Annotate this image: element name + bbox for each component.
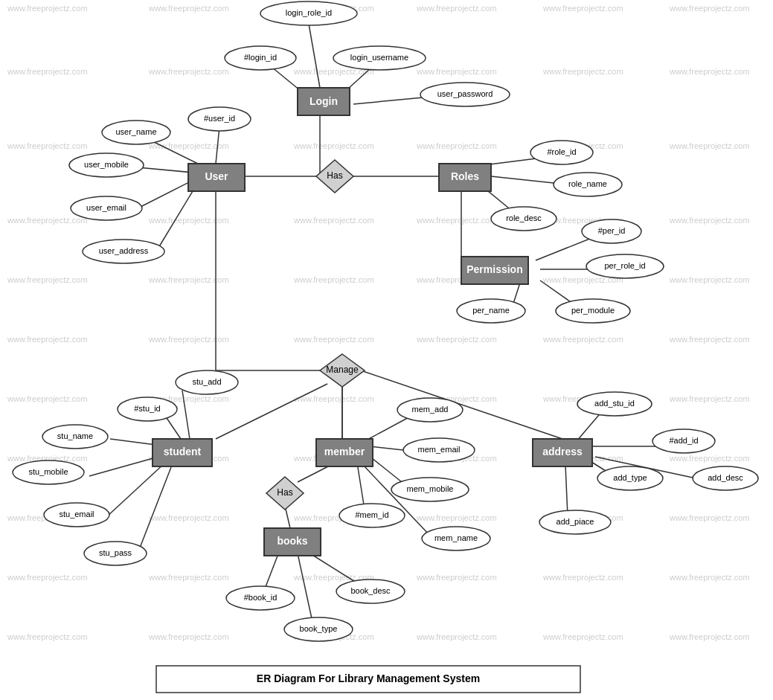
attr-book-desc-text: book_desc bbox=[350, 586, 391, 595]
watermark: www.freeprojectz.com bbox=[669, 513, 750, 522]
watermark: www.freeprojectz.com bbox=[669, 141, 750, 150]
watermark: www.freeprojectz.com bbox=[416, 141, 497, 150]
attr-stu-id-text: #stu_id bbox=[134, 404, 160, 413]
entity-address-text: address bbox=[542, 446, 583, 457]
watermark: www.freeprojectz.com bbox=[293, 216, 374, 225]
watermark: www.freeprojectz.com bbox=[148, 67, 229, 76]
watermark: www.freeprojectz.com bbox=[416, 335, 497, 344]
entity-books-text: books bbox=[277, 535, 307, 547]
attr-book-id-text: #book_id bbox=[244, 593, 278, 602]
watermark: www.freeprojectz.com bbox=[416, 216, 497, 225]
watermark: www.freeprojectz.com bbox=[669, 335, 750, 344]
attr-stu-pass-text: stu_pass bbox=[99, 548, 132, 557]
attr-stu-name-text: stu_name bbox=[57, 431, 93, 440]
connector-books-booktype bbox=[298, 553, 312, 622]
attr-mem-add-text: mem_add bbox=[412, 405, 449, 414]
connector-manage-student bbox=[216, 384, 327, 439]
watermark: www.freeprojectz.com bbox=[7, 141, 88, 150]
attr-login-username-text: login_username bbox=[350, 53, 408, 62]
relationship-has2-text: Has bbox=[277, 487, 292, 498]
watermark: www.freeprojectz.com bbox=[669, 573, 750, 582]
er-diagram-svg: www.freeprojectz.com www.freeprojectz.co… bbox=[0, 0, 773, 700]
entity-user-text: User bbox=[205, 170, 228, 182]
watermark: www.freeprojectz.com bbox=[416, 67, 497, 76]
attr-user-name-text: user_name bbox=[115, 127, 156, 136]
watermark: www.freeprojectz.com bbox=[293, 335, 374, 344]
attr-add-type-text: add_type bbox=[613, 473, 647, 482]
attr-stu-add-text: stu_add bbox=[192, 377, 221, 386]
attr-mem-name-text: mem_name bbox=[434, 533, 478, 542]
watermark: www.freeprojectz.com bbox=[148, 275, 229, 284]
entity-roles-text: Roles bbox=[451, 170, 479, 182]
watermark: www.freeprojectz.com bbox=[7, 632, 88, 641]
watermark: www.freeprojectz.com bbox=[148, 632, 229, 641]
watermark: www.freeprojectz.com bbox=[542, 335, 623, 344]
attr-user-mobile-text: user_mobile bbox=[84, 160, 129, 169]
attr-login-role-id-text: login_role_id bbox=[286, 8, 332, 17]
watermark: www.freeprojectz.com bbox=[416, 4, 497, 13]
connector-books-bookid bbox=[264, 552, 279, 591]
attr-role-desc-text: role_desc bbox=[506, 213, 542, 222]
caption-text: ER Diagram For Library Management System bbox=[257, 672, 480, 684]
connector-login-role-id bbox=[309, 24, 320, 88]
watermark: www.freeprojectz.com bbox=[148, 335, 229, 344]
watermark: www.freeprojectz.com bbox=[669, 216, 750, 225]
watermark: www.freeprojectz.com bbox=[7, 394, 88, 403]
watermark: www.freeprojectz.com bbox=[7, 216, 88, 225]
watermark: www.freeprojectz.com bbox=[542, 4, 623, 13]
entity-permission-text: Permission bbox=[466, 263, 522, 275]
attr-user-password-text: user_password bbox=[437, 89, 493, 98]
diagram-container: www.freeprojectz.com www.freeprojectz.co… bbox=[0, 0, 773, 700]
watermark: www.freeprojectz.com bbox=[669, 67, 750, 76]
watermark: www.freeprojectz.com bbox=[669, 4, 750, 13]
attr-role-id-text: #role_id bbox=[547, 147, 576, 156]
attr-user-id-text: #user_id bbox=[204, 114, 235, 123]
watermark: www.freeprojectz.com bbox=[7, 4, 88, 13]
attr-user-address-text: user_address bbox=[99, 246, 149, 255]
watermark: www.freeprojectz.com bbox=[293, 394, 374, 403]
entity-member-text: member bbox=[324, 446, 365, 457]
connector-mem-memid bbox=[357, 463, 365, 510]
attr-user-email-text: user_email bbox=[86, 203, 126, 212]
entity-login-text: Login bbox=[309, 95, 338, 107]
attr-mem-id-text: #mem_id bbox=[355, 510, 388, 519]
watermark: www.freeprojectz.com bbox=[542, 632, 623, 641]
watermark: www.freeprojectz.com bbox=[542, 67, 623, 76]
watermark: www.freeprojectz.com bbox=[416, 513, 497, 522]
connector-stu-stuemail bbox=[106, 463, 165, 517]
attr-per-id-text: #per_id bbox=[598, 226, 626, 235]
attr-add-desc-text: add_desc bbox=[708, 473, 743, 482]
connector-perm-perid bbox=[536, 237, 595, 260]
attr-add-stu-id-text: add_stu_id bbox=[594, 399, 635, 408]
relationship-has1-text: Has bbox=[327, 170, 342, 181]
watermark: www.freeprojectz.com bbox=[669, 394, 750, 403]
connector-mem-memadd bbox=[365, 415, 413, 441]
watermark: www.freeprojectz.com bbox=[148, 4, 229, 13]
watermark: www.freeprojectz.com bbox=[293, 141, 374, 150]
watermark: www.freeprojectz.com bbox=[7, 275, 88, 284]
watermark: www.freeprojectz.com bbox=[148, 216, 229, 225]
connector-user-mobile bbox=[138, 167, 193, 173]
watermark: www.freeprojectz.com bbox=[148, 513, 229, 522]
attr-per-role-id-text: per_role_id bbox=[604, 261, 645, 270]
attr-login-id-text: #login_id bbox=[244, 53, 277, 62]
connector-user-password bbox=[353, 97, 432, 104]
attr-role-name-text: role_name bbox=[568, 179, 607, 188]
watermark: www.freeprojectz.com bbox=[542, 573, 623, 582]
watermark: www.freeprojectz.com bbox=[7, 335, 88, 344]
watermark: www.freeprojectz.com bbox=[148, 573, 229, 582]
connector-addr-addplace bbox=[565, 465, 568, 516]
watermark: www.freeprojectz.com bbox=[669, 632, 750, 641]
watermark: www.freeprojectz.com bbox=[293, 275, 374, 284]
relationship-manage-text: Manage bbox=[326, 365, 359, 375]
watermark: www.freeprojectz.com bbox=[416, 573, 497, 582]
watermark: www.freeprojectz.com bbox=[416, 632, 497, 641]
attr-stu-mobile-text: stu_mobile bbox=[28, 467, 68, 476]
connector-manage-address bbox=[361, 370, 562, 439]
attr-mem-email-text: mem_email bbox=[418, 445, 461, 454]
watermark: www.freeprojectz.com bbox=[7, 67, 88, 76]
attr-add-place-text: add_piace bbox=[557, 517, 594, 526]
watermark: www.freeprojectz.com bbox=[669, 275, 750, 284]
attr-per-module-text: per_module bbox=[571, 306, 615, 315]
attr-mem-mobile-text: mem_mobile bbox=[407, 484, 454, 493]
